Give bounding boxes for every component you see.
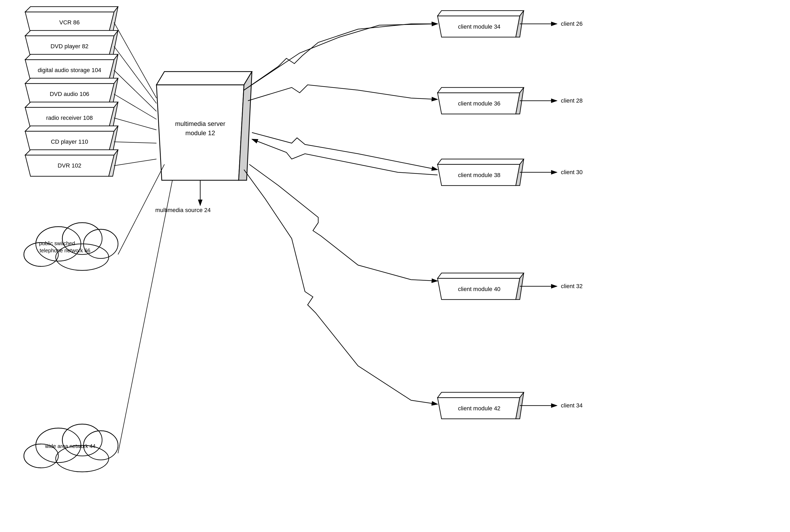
dvr-connection bbox=[114, 159, 156, 166]
client-module-36: client module 36 bbox=[437, 88, 524, 114]
38-to-server-arrow bbox=[252, 139, 437, 175]
client-38-label: client module 38 bbox=[458, 172, 501, 178]
server-to-34-line bbox=[244, 24, 437, 90]
source-label: multimedia source 24 bbox=[155, 207, 210, 213]
device-cd-player: CD player 110 bbox=[25, 126, 118, 152]
server-to-34-arrow bbox=[244, 24, 437, 90]
wan-connection bbox=[118, 180, 172, 453]
server-label: multimedia server bbox=[175, 120, 225, 127]
server-to-38-arrow bbox=[252, 133, 437, 170]
client-34-label: client module 34 bbox=[458, 23, 501, 30]
client-module-42: client module 42 bbox=[437, 392, 524, 419]
client-module-38: client module 38 bbox=[437, 159, 524, 186]
cd-player-label: CD player 110 bbox=[51, 138, 88, 145]
client-30-label: client 30 bbox=[561, 169, 583, 175]
client-28-label: client 28 bbox=[561, 97, 583, 104]
svg-text:module 12: module 12 bbox=[185, 129, 215, 136]
vcr-label: VCR 86 bbox=[59, 19, 79, 26]
dvd-connection bbox=[114, 46, 156, 103]
server-to-40-arrow bbox=[249, 164, 437, 281]
client-26-label: client 26 bbox=[561, 20, 583, 27]
dvd-audio-connection bbox=[114, 94, 156, 119]
dvr-label: DVR 102 bbox=[58, 162, 81, 169]
vcr-connection bbox=[114, 22, 156, 98]
svg-text:telephone network 66: telephone network 66 bbox=[39, 248, 90, 253]
pstn-cloud: public switched telephone network 66 bbox=[24, 223, 118, 270]
client-module-34: client module 34 bbox=[437, 11, 524, 37]
radio-label: radio receiver 108 bbox=[46, 115, 93, 121]
pstn-label: public switched bbox=[39, 241, 75, 246]
digital-audio-connection bbox=[114, 70, 156, 111]
digital-audio-label: digital audio storage 104 bbox=[38, 67, 101, 73]
server-to-36-arrow bbox=[248, 85, 437, 101]
cd-connection bbox=[114, 142, 156, 143]
dvd-player-label: DVD player 82 bbox=[50, 43, 88, 50]
radio-connection bbox=[114, 118, 156, 130]
server-module: multimedia server module 12 bbox=[156, 72, 252, 180]
server-to-42-arrow bbox=[244, 170, 437, 404]
device-dvr: DVR 102 bbox=[25, 150, 118, 176]
device-digital-audio: digital audio storage 104 bbox=[25, 54, 118, 81]
client-32-label: client 32 bbox=[561, 283, 583, 289]
dvd-audio-label: DVD audio 106 bbox=[50, 91, 89, 97]
client-40-label: client module 40 bbox=[458, 286, 501, 292]
wan-cloud: wide area network 44 bbox=[24, 424, 118, 472]
device-dvd-audio: DVD audio 106 bbox=[25, 78, 118, 105]
device-dvd-player: DVD player 82 bbox=[25, 31, 118, 57]
wan-label: wide area network 44 bbox=[45, 443, 95, 449]
client-36-label: client module 36 bbox=[458, 100, 501, 107]
client-42-label: client module 42 bbox=[458, 405, 501, 412]
client-module-40: client module 40 bbox=[437, 273, 524, 300]
device-radio: radio receiver 108 bbox=[25, 102, 118, 129]
device-vcr: VCR 86 bbox=[25, 7, 118, 33]
client-34-end-label: client 34 bbox=[561, 402, 583, 409]
